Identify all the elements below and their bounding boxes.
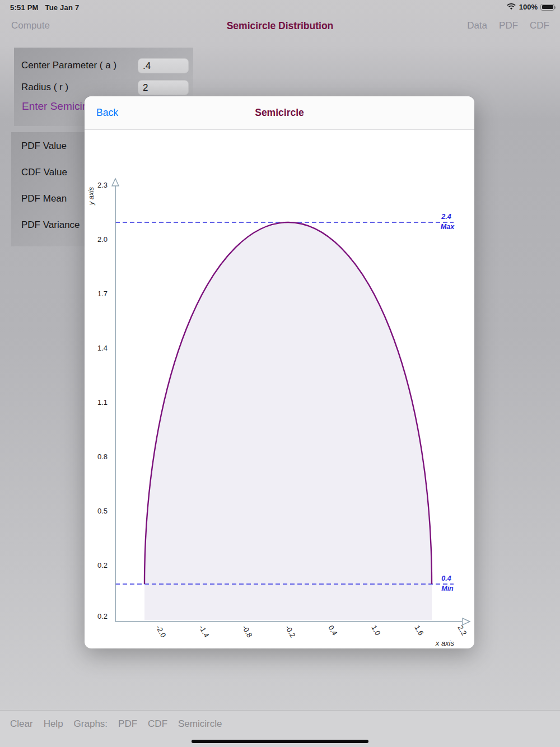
max-value-label: 2.4 — [441, 213, 451, 221]
x-tick: 2.2 — [456, 624, 468, 637]
home-indicator[interactable] — [192, 740, 368, 743]
toolbar-pdf-button[interactable]: PDF — [118, 718, 137, 730]
y-tick: 1.4 — [97, 344, 108, 352]
x-tick: 0.4 — [326, 624, 339, 637]
x-tick: -1.4 — [197, 624, 211, 639]
y-axis-arrow-icon — [112, 179, 119, 186]
x-tick-labels: -2.0 -1.4 -0.8 -0.2 0.4 1.0 1.6 2.2 — [154, 624, 468, 639]
min-value-label: 0.4 — [441, 575, 451, 582]
toolbar-help-button[interactable]: Help — [44, 718, 63, 730]
semicircle-graph-modal: Back Semicircle 2.3 2.0 1.7 1.4 1.1 — [85, 96, 474, 648]
x-tick: -0.2 — [283, 624, 297, 639]
battery-icon — [540, 4, 554, 11]
x-tick: 1.0 — [370, 624, 382, 637]
x-tick: 1.6 — [413, 624, 425, 637]
nav-item-pdf[interactable]: PDF — [499, 20, 518, 31]
nav-bar: Compute Semicircle Distribution Data PDF… — [0, 16, 560, 38]
nav-item-cdf[interactable]: CDF — [530, 20, 549, 31]
y-tick-labels: 2.3 2.0 1.7 1.4 1.1 0.8 0.5 0.2 0.2 — [97, 181, 108, 620]
min-caption-label: Min — [441, 585, 454, 592]
semicircle-chart: 2.3 2.0 1.7 1.4 1.1 0.8 0.5 0.2 0.2 -2.0… — [85, 96, 474, 648]
y-tick: 0.5 — [97, 507, 108, 515]
pdf-mean-label: PDF Mean — [21, 193, 67, 204]
cdf-value-label: CDF Value — [21, 167, 67, 178]
status-bar: 5:51 PMTue Jan 7 100% — [0, 0, 560, 16]
y-tick: 0.8 — [97, 452, 108, 461]
y-tick: 1.1 — [97, 398, 108, 407]
center-parameter-label: Center Parameter ( a ) — [21, 60, 116, 71]
nav-item-data[interactable]: Data — [467, 20, 487, 31]
toolbar-clear-button[interactable]: Clear — [10, 718, 33, 730]
curve-fill-area — [144, 222, 432, 620]
max-caption-label: Max — [441, 223, 455, 231]
app-screen: 5:51 PMTue Jan 7 100% Compute Semicircle… — [0, 0, 560, 747]
y-tick: 2.0 — [97, 235, 108, 244]
toolbar-cdf-button[interactable]: CDF — [148, 718, 167, 730]
toolbar-graphs-label: Graphs: — [74, 718, 108, 730]
x-tick: -0.8 — [240, 624, 254, 639]
y-axis-title: y axis — [87, 187, 95, 206]
battery-percent-label: 100% — [519, 3, 538, 11]
radius-input[interactable] — [138, 80, 189, 95]
center-parameter-input[interactable] — [138, 58, 189, 73]
pdf-variance-label: PDF Variance — [21, 220, 80, 231]
x-axis-title: x axis — [435, 639, 455, 647]
y-tick: 0.2 — [97, 612, 108, 620]
status-date: Tue Jan 7 — [45, 3, 80, 12]
toolbar-semicircle-button[interactable]: Semicircle — [178, 718, 222, 730]
y-tick: 2.3 — [97, 181, 108, 189]
pdf-value-label: PDF Value — [21, 141, 67, 152]
status-time: 5:51 PM — [10, 3, 39, 12]
status-time-date: 5:51 PMTue Jan 7 — [10, 3, 79, 12]
y-tick: 1.7 — [97, 290, 108, 298]
y-tick: 0.2 — [97, 561, 108, 569]
radius-label: Radius ( r ) — [21, 82, 68, 93]
x-tick: -2.0 — [154, 624, 167, 639]
wifi-icon — [506, 3, 516, 11]
